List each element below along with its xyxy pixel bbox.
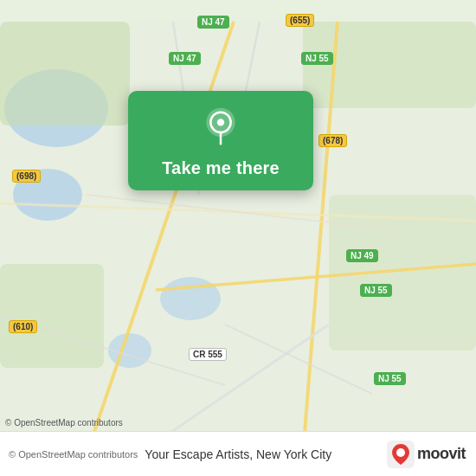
attribution-text: © OpenStreetMap contributors [9,449,138,460]
popup-label: Take me there [162,158,280,178]
road-label-nj55-mid: NJ 55 [360,284,392,297]
svg-rect-5 [0,22,130,125]
svg-rect-7 [303,22,476,108]
road-label-nj55-top: NJ 55 [301,52,333,65]
bottom-bar: © OpenStreetMap contributors Your Escape… [0,431,476,476]
road-label-698: (698) [12,170,41,183]
svg-point-3 [160,277,221,320]
road-label-678: (678) [318,134,347,147]
road-label-nj47-top: NJ 47 [197,16,229,29]
location-label: Your Escape Artists, New York City [145,447,387,461]
svg-rect-6 [0,264,104,368]
road-label-nj55-bot: NJ 55 [374,372,406,385]
svg-point-21 [217,119,224,125]
svg-point-24 [396,448,405,457]
map-copyright: © OpenStreetMap contributors [5,418,123,428]
road-label-nj49: NJ 49 [346,249,378,262]
location-pin-icon [199,106,242,150]
map-container: NJ 47 (655) NJ 47 NJ 55 (678) (698) NJ 4… [0,0,476,476]
take-me-there-button[interactable]: Take me there [128,91,313,190]
map-background [0,0,476,476]
moovit-text: moovit [417,445,466,463]
moovit-icon [387,441,415,468]
road-label-cr555: CR 555 [189,348,227,361]
road-label-nj47-mid: NJ 47 [169,52,201,65]
road-label-610: (610) [9,320,37,333]
road-label-655: (655) [286,14,314,27]
moovit-logo: moovit [387,441,466,468]
